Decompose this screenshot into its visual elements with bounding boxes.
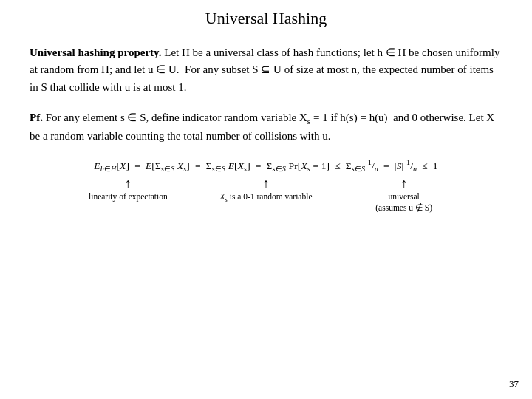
property-label: Universal hashing property. <box>30 47 162 58</box>
arrow-1-icon: ↑ <box>125 177 132 190</box>
arrow-2-icon: ↑ <box>262 177 269 190</box>
arrow-3-icon: ↑ <box>400 177 407 190</box>
proof-block: Pf. For any element s ∈ S, define indica… <box>30 109 502 146</box>
page-container: Universal Hashing Universal hashing prop… <box>0 0 532 399</box>
annotation-3-label: universal(assumes u ∉ S) <box>375 191 432 214</box>
proof-text: For any element s ∈ S, define indicator … <box>30 112 494 142</box>
annotation-2-label: Xs is a 0-1 random variable <box>219 191 312 205</box>
page-title: Universal Hashing <box>30 9 502 28</box>
annotation-3: ↑ universal(assumes u ∉ S) <box>345 177 463 214</box>
proof-label: Pf. <box>30 112 43 123</box>
page-number: 37 <box>509 378 519 390</box>
math-formula: Eh∈H[X] = E[Σs∈S Xs] = Σs∈S E[Xs] = Σs∈S… <box>94 158 437 173</box>
annotation-2: ↑ Xs is a 0-1 random variable <box>207 177 325 214</box>
annotations-row: ↑ linearity of expectation ↑ Xs is a 0-1… <box>59 177 473 214</box>
property-block: Universal hashing property. Let H be a u… <box>30 44 502 96</box>
math-section: Eh∈H[X] = E[Σs∈S Xs] = Σs∈S E[Xs] = Σs∈S… <box>30 158 502 213</box>
annotation-1-label: linearity of expectation <box>89 191 168 202</box>
annotation-1: ↑ linearity of expectation <box>69 177 187 214</box>
